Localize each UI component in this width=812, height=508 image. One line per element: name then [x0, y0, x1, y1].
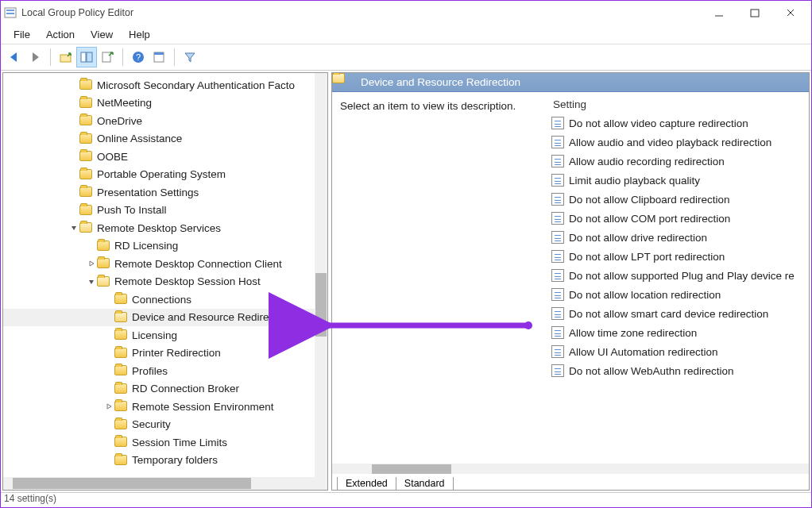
folder-icon [79, 133, 92, 144]
tree-item-label: Remote Session Environment [132, 401, 274, 413]
chevron-down-icon[interactable] [86, 278, 97, 286]
folder-icon [79, 151, 92, 162]
show-hide-tree-button[interactable] [76, 47, 97, 67]
tree-item[interactable]: RD Connection Broker [3, 380, 327, 398]
folder-icon [79, 169, 92, 180]
back-button[interactable] [4, 47, 25, 67]
properties-button[interactable] [149, 47, 169, 67]
tree-item[interactable]: Push To Install [3, 202, 327, 220]
setting-label: Allow audio and video playback redirecti… [569, 137, 771, 148]
minimize-button[interactable] [701, 2, 737, 24]
tree-item-label: RD Connection Broker [132, 383, 239, 394]
menu-view[interactable]: View [83, 27, 121, 42]
tree-item[interactable]: Session Time Limits [3, 433, 327, 452]
setting-label: Allow UI Automation redirection [569, 346, 718, 358]
policy-icon [551, 364, 564, 377]
setting-item[interactable]: Do not allow WebAuthn redirection [547, 361, 809, 380]
setting-label: Do not allow location redirection [569, 289, 721, 301]
setting-label: Do not allow supported Plug and Play dev… [569, 270, 795, 282]
setting-item[interactable]: Do not allow smart card device redirecti… [547, 304, 809, 323]
tree-item[interactable]: Microsoft Secondary Authentication Facto [3, 76, 327, 94]
setting-label: Do not allow drive redirection [569, 232, 707, 244]
tree-item[interactable]: Printer Redirection [3, 344, 327, 363]
setting-item[interactable]: Allow audio recording redirection [547, 152, 809, 171]
setting-item[interactable]: Do not allow drive redirection [547, 228, 809, 247]
tree-item[interactable]: OneDrive [3, 112, 327, 130]
tree-item-label: Security [132, 418, 171, 430]
tree-item[interactable]: Presentation Settings [3, 183, 327, 202]
tree-vertical-scrollbar[interactable] [315, 73, 327, 490]
svg-rect-1 [6, 10, 14, 11]
folder-icon [79, 98, 92, 109]
tree-item-label: NetMeeting [97, 97, 152, 109]
tree-item[interactable]: Device and Resource Redirection [3, 309, 327, 327]
setting-item[interactable]: Do not allow COM port redirection [547, 209, 809, 228]
setting-item[interactable]: Allow time zone redirection [547, 323, 809, 342]
titlebar[interactable]: Local Group Policy Editor [1, 1, 811, 25]
chevron-right-icon[interactable] [103, 402, 114, 410]
policy-icon [551, 155, 564, 167]
setting-label: Do not allow smart card device redirecti… [569, 308, 768, 320]
tree-item-label: Portable Operating System [97, 168, 226, 180]
chevron-right-icon[interactable] [86, 260, 97, 267]
tree-horizontal-scrollbar[interactable] [3, 477, 315, 490]
folder-icon [114, 437, 127, 448]
menu-action[interactable]: Action [38, 27, 83, 42]
tree-item[interactable]: Profiles [3, 362, 327, 380]
folder-icon [114, 455, 127, 466]
policy-icon [551, 250, 564, 263]
details-description: Select an item to view its description. [332, 92, 547, 490]
close-button[interactable] [772, 2, 808, 24]
tree-item[interactable]: Remote Session Environment [3, 398, 327, 416]
tree-item-label: Temporary folders [132, 454, 218, 466]
tree-item[interactable]: Remote Desktop Services [3, 219, 327, 237]
tree-item[interactable]: Portable Operating System [3, 166, 327, 184]
tree-item[interactable]: Remote Desktop Connection Client [3, 255, 327, 273]
setting-item[interactable]: Do not allow Clipboard redirection [547, 190, 809, 209]
svg-rect-4 [751, 10, 759, 17]
folder-icon [79, 222, 92, 233]
tree-item[interactable]: OOBE [3, 148, 327, 166]
policy-icon [551, 345, 564, 358]
tree-item[interactable]: Security [3, 416, 327, 434]
tab-extended[interactable]: Extended [337, 477, 396, 491]
folder-icon [114, 312, 127, 323]
setting-item[interactable]: Allow audio and video playback redirecti… [547, 133, 809, 152]
setting-item[interactable]: Limit audio playback quality [547, 171, 809, 190]
up-button[interactable] [56, 47, 76, 67]
tree-item[interactable]: Connections [3, 291, 327, 309]
chevron-down-icon[interactable] [68, 224, 79, 232]
tree-item-label: RD Licensing [114, 240, 178, 252]
tree-item[interactable]: NetMeeting [3, 94, 327, 113]
settings-list[interactable]: Setting Do not allow video capture redir… [547, 92, 809, 490]
tab-standard[interactable]: Standard [396, 477, 454, 491]
setting-item[interactable]: Do not allow supported Plug and Play dev… [547, 266, 809, 285]
tree-item[interactable]: Licensing [3, 326, 327, 344]
policy-icon [551, 326, 564, 339]
filter-button[interactable] [180, 47, 200, 67]
forward-button[interactable] [25, 47, 45, 67]
tree-item[interactable]: Remote Desktop Session Host [3, 273, 327, 291]
help-button[interactable]: ? [128, 47, 149, 67]
tree-item-label: Remote Desktop Connection Client [114, 258, 282, 270]
export-list-button[interactable] [97, 47, 118, 67]
svg-rect-14 [154, 52, 164, 55]
policy-icon [551, 117, 564, 129]
tree-item[interactable]: RD Licensing [3, 237, 327, 256]
menu-file[interactable]: File [6, 27, 38, 42]
folder-icon [114, 294, 127, 305]
setting-item[interactable]: Do not allow location redirection [547, 285, 809, 304]
setting-item[interactable]: Do not allow video capture redirection [547, 114, 809, 133]
folder-icon [79, 79, 92, 90]
tree-item[interactable]: Online Assistance [3, 130, 327, 148]
policy-tree[interactable]: Microsoft Secondary Authentication Facto… [3, 73, 327, 490]
column-header-setting[interactable]: Setting [547, 95, 809, 114]
setting-label: Do not allow video capture redirection [569, 117, 748, 129]
setting-item[interactable]: Do not allow LPT port redirection [547, 247, 809, 266]
tree-item-label: Printer Redirection [132, 347, 221, 359]
tree-item-label: Connections [132, 294, 191, 306]
menu-help[interactable]: Help [121, 27, 158, 42]
maximize-button[interactable] [737, 2, 772, 24]
setting-item[interactable]: Allow UI Automation redirection [547, 342, 809, 361]
tree-item[interactable]: Temporary folders [3, 452, 327, 470]
